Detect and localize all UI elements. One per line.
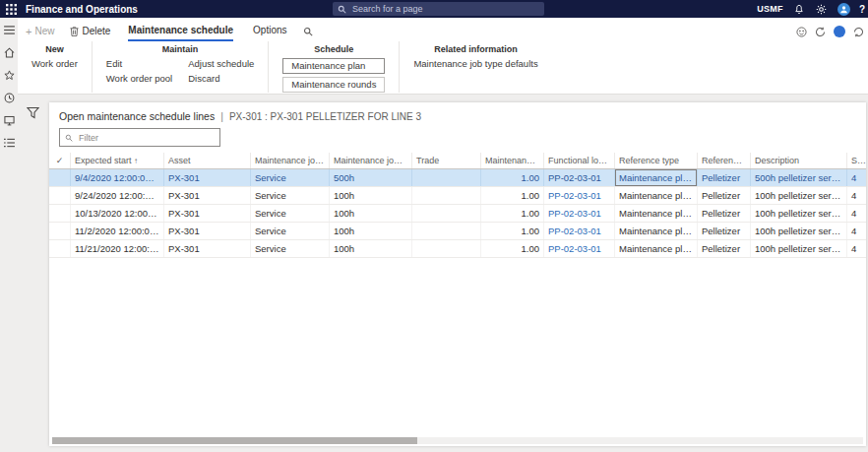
cell-variant[interactable]: 100h [330, 187, 412, 204]
cell-asset[interactable]: PX-301 [164, 169, 251, 186]
cell-forecast[interactable]: 1.00 [481, 187, 544, 204]
cell-description[interactable]: 500h pelletizer service [751, 169, 847, 186]
cell-job-type[interactable]: Service [251, 169, 330, 186]
maintenance-plan-button[interactable]: Maintenance plan [282, 58, 385, 74]
gear-icon[interactable] [815, 2, 829, 16]
col-maintenance-job-type[interactable]: Maintenance job type [251, 153, 330, 168]
cell-reference-id[interactable]: Pelletizer [698, 240, 751, 257]
adjust-schedule-button[interactable]: Adjust schedule [188, 58, 254, 70]
cell-reference-type[interactable]: Maintenance plans [615, 223, 698, 239]
table-row[interactable]: 10/13/2020 12:00:00 AM PX-301 Service 10… [49, 205, 866, 223]
cell-reference-type[interactable]: Maintenance plans [615, 169, 698, 186]
cell-job-type[interactable]: Service [251, 223, 330, 239]
cell-variant[interactable]: 100h [330, 240, 412, 257]
work-order-pool-button[interactable]: Work order pool [106, 73, 172, 85]
menu-icon[interactable] [3, 24, 15, 35]
cell-functional-location[interactable]: PP-02-03-01 [544, 187, 615, 204]
cell-variant[interactable]: 500h [330, 169, 412, 186]
cell-forecast[interactable]: 1.00 [481, 205, 544, 222]
cell-trade[interactable] [412, 187, 481, 204]
refresh-icon[interactable] [853, 27, 864, 37]
col-description[interactable]: Description [751, 153, 847, 168]
cell-trade[interactable] [412, 223, 481, 239]
maintenance-rounds-button[interactable]: Maintenance rounds [282, 77, 385, 93]
horizontal-scrollbar[interactable] [52, 437, 863, 444]
cell-variant[interactable]: 100h [330, 223, 412, 239]
col-maintenance-forecast[interactable]: Maintenance fo... [481, 153, 544, 168]
app-launcher-icon[interactable] [0, 0, 22, 18]
modules-list-icon[interactable] [3, 137, 15, 149]
bell-icon[interactable] [792, 2, 806, 16]
cell-service[interactable]: 4 [847, 223, 868, 239]
cell-reference-type[interactable]: Maintenance plans [615, 205, 698, 222]
cell-asset[interactable]: PX-301 [164, 240, 251, 257]
maintenance-job-type-defaults-button[interactable]: Maintenance job type defaults [413, 58, 537, 70]
cell-expected-start[interactable]: 9/24/2020 12:00:00 AM [71, 187, 164, 204]
cell-trade[interactable] [412, 169, 481, 186]
new-button[interactable]: + New [26, 26, 54, 41]
table-row[interactable]: 11/21/2020 12:00:00 AM PX-301 Service 10… [49, 240, 866, 258]
cell-forecast[interactable]: 1.00 [481, 169, 544, 186]
cell-reference-id[interactable]: Pelletizer [698, 205, 751, 222]
cell-job-type[interactable]: Service [251, 240, 330, 257]
cell-job-type[interactable]: Service [251, 205, 330, 222]
col-reference-type[interactable]: Reference type [615, 153, 698, 168]
discard-button[interactable]: Discard [188, 73, 254, 85]
col-functional-location[interactable]: Functional location [544, 153, 615, 168]
user-avatar[interactable] [837, 3, 850, 16]
cell-service[interactable]: 4 [847, 169, 868, 186]
feedback-icon[interactable] [796, 27, 807, 37]
table-row[interactable]: 9/24/2020 12:00:00 AM PX-301 Service 100… [49, 187, 866, 205]
global-search[interactable] [333, 2, 544, 16]
filter-input[interactable] [77, 132, 215, 144]
col-service[interactable]: Servic [847, 153, 868, 168]
cell-description[interactable]: 100h pelletizer service [751, 205, 847, 222]
tab-maintenance-schedule[interactable]: Maintenance schedule [128, 25, 233, 41]
cell-functional-location[interactable]: PP-02-03-01 [544, 240, 615, 257]
cell-expected-start[interactable]: 11/2/2020 12:00:00 AM [71, 223, 164, 239]
cell-service[interactable]: 4 [847, 240, 868, 257]
row-checkbox[interactable] [49, 187, 71, 204]
delete-button[interactable]: Delete [70, 26, 110, 41]
cell-service[interactable]: 4 [847, 205, 868, 222]
sync-icon[interactable] [815, 27, 826, 37]
col-expected-start[interactable]: Expected start ↑ [71, 153, 164, 168]
cell-forecast[interactable]: 1.00 [481, 240, 544, 257]
cell-description[interactable]: 100h pelletizer service [751, 240, 847, 257]
actionpane-search-icon[interactable] [303, 27, 313, 41]
row-checkbox[interactable] [49, 205, 71, 222]
col-maintenance-job-type-variant[interactable]: Maintenance job type vari... [330, 153, 412, 168]
cell-trade[interactable] [412, 205, 481, 222]
presence-avatar[interactable] [834, 26, 845, 37]
cell-reference-type[interactable]: Maintenance plans [615, 240, 698, 257]
edit-button[interactable]: Edit [106, 58, 172, 70]
table-row[interactable]: 9/4/2020 12:00:00 AM PX-301 Service 500h… [49, 169, 866, 187]
app-title[interactable]: Finance and Operations [26, 4, 138, 15]
cell-reference-id[interactable]: Pelletizer [698, 169, 751, 186]
cell-variant[interactable]: 100h [330, 205, 412, 222]
home-icon[interactable] [3, 46, 15, 58]
cell-functional-location[interactable]: PP-02-03-01 [544, 205, 615, 222]
cell-expected-start[interactable]: 11/21/2020 12:00:00 AM [71, 240, 164, 257]
col-reference-id[interactable]: Reference ID [698, 153, 751, 168]
cell-description[interactable]: 100h pelletizer service [751, 187, 847, 204]
filter-pane-icon[interactable] [27, 106, 42, 122]
cell-description[interactable]: 100h pelletizer service [751, 223, 847, 239]
grid-quick-filter[interactable] [59, 128, 220, 147]
col-asset[interactable]: Asset [164, 153, 251, 168]
row-checkbox[interactable] [49, 223, 71, 239]
horizontal-scrollbar-thumb[interactable] [52, 437, 417, 444]
cell-forecast[interactable]: 1.00 [481, 223, 544, 239]
cell-trade[interactable] [412, 240, 481, 257]
table-row[interactable]: 11/2/2020 12:00:00 AM PX-301 Service 100… [49, 223, 866, 240]
cell-reference-type[interactable]: Maintenance plans [615, 187, 698, 204]
row-checkbox[interactable] [49, 240, 71, 257]
help-button[interactable]: ? [859, 4, 866, 15]
company-selector[interactable]: USMF [757, 4, 783, 14]
cell-asset[interactable]: PX-301 [164, 223, 251, 239]
cell-asset[interactable]: PX-301 [164, 205, 251, 222]
col-trade[interactable]: Trade [412, 153, 481, 168]
cell-asset[interactable]: PX-301 [164, 187, 251, 204]
cell-service[interactable]: 4 [847, 187, 868, 204]
cell-functional-location[interactable]: PP-02-03-01 [544, 169, 615, 186]
